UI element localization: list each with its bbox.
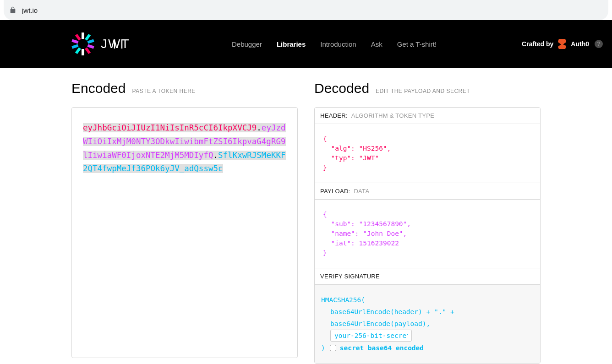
sig-line-1: HMACSHA256( [321, 294, 534, 306]
token-dot: . [213, 151, 218, 160]
nav-libraries[interactable]: Libraries [277, 40, 306, 48]
crafted-by[interactable]: Crafted by Auth0 ? [522, 39, 603, 49]
decoded-title: Decoded [314, 81, 369, 96]
logo[interactable]: JWT [71, 33, 147, 55]
token-header-part: eyJhbGciOiJIUzI1NiIsInR5cCI6IkpXVCJ9 [83, 123, 257, 132]
url-text: jwt.io [22, 6, 38, 14]
svg-rect-7 [71, 39, 78, 43]
header-label: HEADER: [320, 112, 348, 119]
svg-rect-8 [85, 47, 91, 54]
encoded-token-box[interactable]: eyJhbGciOiJIUzI1NiIsInR5cCI6IkpXVCJ9.eyJ… [71, 107, 298, 358]
svg-rect-1 [82, 49, 84, 55]
secret-input[interactable] [330, 330, 412, 342]
signature-label: VERIFY SIGNATURE [320, 273, 380, 280]
nav-introduction[interactable]: Introduction [320, 40, 356, 48]
payload-json[interactable]: { "sub": "1234567890", "name": "John Doe… [315, 200, 540, 268]
decoded-box: HEADER: ALGORITHM & TOKEN TYPE { "alg": … [314, 107, 541, 364]
sig-close-paren: ) [321, 342, 325, 354]
crafted-label: Crafted by [522, 40, 553, 48]
jwt-logo-icon [71, 33, 94, 55]
payload-sublabel: DATA [354, 188, 369, 195]
jwt-logo-text: JWT [101, 37, 147, 51]
nav-ask[interactable]: Ask [371, 40, 382, 48]
svg-rect-4 [87, 39, 94, 43]
payload-label: PAYLOAD: [320, 188, 350, 195]
auth0-logo-icon [557, 39, 567, 49]
signature-panel-head: VERIFY SIGNATURE [315, 268, 540, 285]
payload-panel-head: PAYLOAD: DATA [315, 183, 540, 200]
browser-address-bar[interactable]: jwt.io [4, 0, 608, 20]
lock-icon [9, 6, 16, 14]
svg-text:JWT: JWT [101, 37, 130, 51]
decoded-title-row: Decoded EDIT THE PAYLOAD AND SECRET [314, 81, 541, 96]
svg-rect-3 [75, 47, 81, 54]
encoded-title-row: Encoded PASTE A TOKEN HERE [71, 81, 298, 96]
nav-tshirt[interactable]: Get a T-shirt! [397, 40, 437, 48]
encoded-hint: PASTE A TOKEN HERE [132, 88, 195, 94]
svg-rect-0 [82, 33, 84, 39]
encoded-column: Encoded PASTE A TOKEN HERE eyJhbGciOiJIU… [71, 81, 298, 364]
svg-rect-9 [75, 34, 81, 41]
token-dot: . [257, 123, 262, 132]
auth0-text: Auth0 [571, 40, 589, 48]
secret-base64-checkbox[interactable] [330, 345, 336, 351]
main-content: Encoded PASTE A TOKEN HERE eyJhbGciOiJIU… [0, 68, 612, 364]
svg-rect-6 [87, 44, 94, 49]
decoded-column: Decoded EDIT THE PAYLOAD AND SECRET HEAD… [314, 81, 541, 364]
nav-debugger[interactable]: Debugger [232, 40, 262, 48]
sig-line-3: base64UrlEncode(payload), [321, 318, 534, 330]
help-icon[interactable]: ? [595, 40, 603, 48]
header-json[interactable]: { "alg": "HS256", "typ": "JWT" } [315, 124, 540, 183]
header-sublabel: ALGORITHM & TOKEN TYPE [351, 112, 434, 119]
secret-base64-label[interactable]: secret base64 encoded [340, 342, 424, 354]
sig-line-2: base64UrlEncode(header) + "." + [321, 306, 534, 318]
signature-body: HMACSHA256( base64UrlEncode(header) + ".… [315, 285, 540, 363]
svg-rect-2 [85, 34, 91, 41]
site-header: JWT Debugger Libraries Introduction Ask … [0, 20, 612, 68]
svg-rect-5 [71, 44, 78, 49]
main-nav: Debugger Libraries Introduction Ask Get … [232, 40, 437, 48]
encoded-title: Encoded [71, 81, 126, 96]
decoded-hint: EDIT THE PAYLOAD AND SECRET [376, 88, 470, 94]
header-panel-head: HEADER: ALGORITHM & TOKEN TYPE [315, 108, 540, 124]
